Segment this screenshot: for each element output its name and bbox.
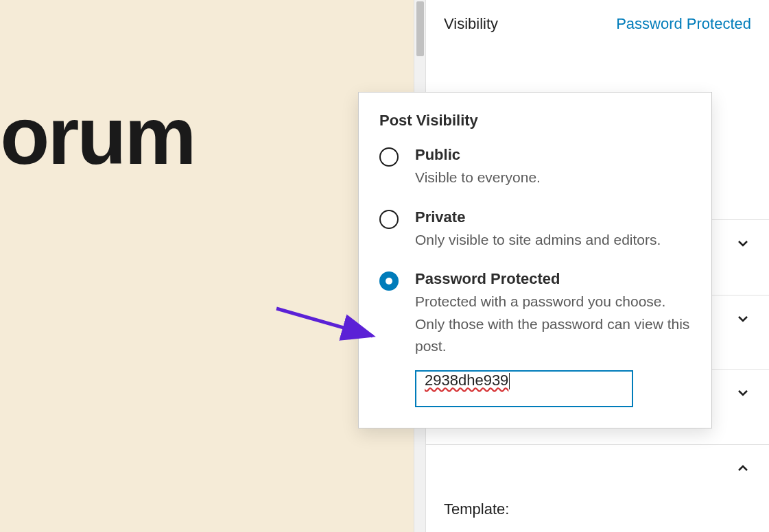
visibility-option-public[interactable]: Public Visible to everyone. (379, 146, 691, 189)
visibility-option-private[interactable]: Private Only visible to site admins and … (379, 208, 691, 252)
template-label: Template: (426, 500, 769, 518)
chevron-down-icon (735, 311, 751, 327)
chevron-down-icon (735, 235, 751, 252)
option-description: Only visible to site admins and editors. (415, 229, 691, 252)
radio-icon (379, 210, 399, 229)
visibility-option-password[interactable]: Password Protected Protected with a pass… (379, 270, 691, 407)
sidebar-panel-4[interactable] (426, 444, 769, 491)
option-description: Visible to everyone. (415, 167, 691, 189)
option-description: Protected with a password you choose. On… (415, 291, 691, 358)
post-visibility-popover: Post Visibility Public Visible to everyo… (358, 92, 712, 428)
chevron-up-icon (735, 460, 751, 476)
scrollbar-thumb[interactable] (416, 1, 424, 56)
popover-title: Post Visibility (379, 112, 691, 130)
editor-canvas[interactable]: nly Forum in the field below. (0, 0, 414, 532)
radio-icon-selected (379, 271, 399, 291)
visibility-value-link[interactable]: Password Protected (616, 15, 751, 33)
visibility-label: Visibility (444, 15, 498, 33)
password-input[interactable]: 2938dhe939 (415, 370, 633, 407)
radio-icon (379, 147, 399, 167)
option-label: Public (415, 146, 691, 164)
option-label: Private (415, 208, 691, 226)
option-label: Password Protected (415, 270, 691, 288)
post-title[interactable]: nly Forum (0, 89, 194, 182)
visibility-row: Visibility Password Protected (426, 0, 769, 48)
chevron-down-icon (735, 385, 751, 401)
